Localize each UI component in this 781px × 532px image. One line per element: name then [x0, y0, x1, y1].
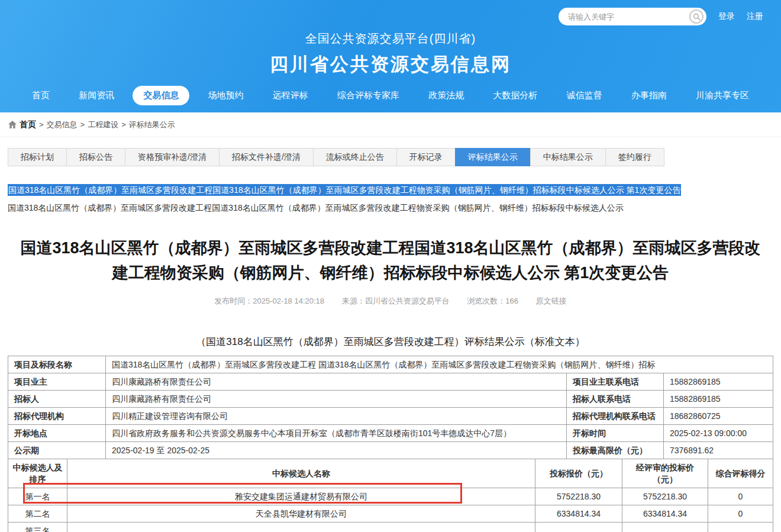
tab-bidding-announcement[interactable]: 招标公告 [66, 148, 125, 166]
info-label: 招标人 [8, 390, 106, 407]
info-value: 18682860725 [664, 407, 773, 424]
category-tabs: 招标计划 招标公告 资格预审补遗/澄清 招标文件补遗/澄清 流标或终止公告 开标… [8, 148, 773, 166]
page-title: 国道318名山区黑竹（成都界）至雨城区多营段改建工程国道318名山区黑竹（成都界… [12, 236, 769, 286]
info-label: 项目业主 [8, 373, 106, 390]
tab-bid-opening-record[interactable]: 开标记录 [396, 148, 456, 166]
candidates-section: 中标候选人及排序 中标候选人名称 投标报价（元） 经评审的投标价（元） 综合评标… [8, 459, 773, 532]
column-header-score: 综合评标得分 [708, 459, 773, 488]
table-caption: （国道318名山区黑竹（成都界）至雨城区多营段改建工程）评标结果公示（标准文本） [8, 335, 773, 349]
candidate-row-2: 第二名 天全县凯华建材有限公司 6334814.34 6334814.34 0 [8, 505, 773, 522]
tab-prequal-addendum[interactable]: 资格预审补遗/澄清 [125, 148, 220, 166]
login-link[interactable]: 登录 [718, 11, 735, 22]
main-nav: 首页 新闻资讯 交易信息 场地预约 远程评标 综合评标专家库 政策法规 大数据分… [0, 77, 781, 112]
candidate-reviewed-price: 5752218.30 [622, 488, 708, 505]
table-row: 招标代理机构 四川精正建设管理咨询有限公司 招标代理机构联系电话 1868286… [8, 407, 773, 424]
candidate-row-3: 第三名 [8, 522, 773, 532]
table-row: 项目及标段名称 国道318名山区黑竹（成都界）至雨城区多营段改建工程 国道318… [8, 356, 773, 373]
column-header-name: 中标候选人名称 [67, 459, 535, 488]
publish-time-value: 2025-02-18 14:20:18 [253, 296, 324, 305]
publish-time-label: 发布时间： [214, 296, 253, 305]
header-top-row: 登录 注册 [0, 6, 781, 26]
info-label: 公示期 [8, 441, 106, 459]
candidate-name: 雅安交建集团运通建材贸易有限公司 [67, 488, 535, 505]
search-icon [693, 13, 701, 21]
info-label: 开标时间 [567, 424, 664, 441]
breadcrumb-separator: > [80, 120, 85, 129]
candidates-header-row: 中标候选人及排序 中标候选人名称 投标报价（元） 经评审的投标价（元） 综合评标… [8, 459, 773, 488]
announcement-link-selected[interactable]: 国道318名山区黑竹（成都界）至雨城区多营段改建工程国道318名山区黑竹（成都界… [8, 184, 681, 196]
nav-item-venue-booking[interactable]: 场地预约 [198, 86, 254, 105]
nav-item-integrity[interactable]: 诚信监督 [556, 86, 613, 105]
candidate-bid-price: 6334814.34 [535, 505, 622, 522]
publish-time: 发布时间：2025-02-18 14:20:18 [214, 296, 324, 305]
main-content: 国道318名山区黑竹（成都界）至雨城区多营段改建工程国道318名山区黑竹（成都界… [0, 183, 781, 532]
nav-item-remote-evaluation[interactable]: 远程评标 [262, 86, 319, 105]
candidate-reviewed-price: 6334814.34 [622, 505, 708, 522]
nav-item-big-data[interactable]: 大数据分析 [482, 86, 548, 105]
table-row: 项目业主 四川康藏路桥有限责任公司 项目业主联系电话 15882869185 [8, 373, 773, 390]
info-label: 开标地点 [8, 424, 106, 441]
info-value: 2025-02-19 至 2025-02-25 [106, 441, 567, 459]
source: 来源：四川省公共资源交易平台 [342, 296, 450, 305]
nav-item-news[interactable]: 新闻资讯 [68, 86, 125, 105]
breadcrumb-separator: > [121, 120, 126, 129]
table-row: 公示期 2025-02-19 至 2025-02-25 投标最高限价（元） 73… [8, 441, 773, 459]
column-header-bid-price: 投标报价（元） [535, 459, 622, 488]
nav-item-policy[interactable]: 政策法规 [418, 86, 475, 105]
info-label: 项目业主联系电话 [567, 373, 664, 390]
announcement-link[interactable]: 国道318名山区黑竹（成都界）至雨城区多营段改建工程国道318名山区黑竹（成都界… [8, 203, 773, 214]
breadcrumb-engineering[interactable]: 工程建设 [88, 120, 118, 130]
info-value: 四川康藏路桥有限责任公司 [106, 390, 567, 407]
header-titles: 全国公共资源交易平台(四川省) 四川省公共资源交易信息网 [0, 31, 781, 77]
info-value: 15882869185 [664, 373, 773, 390]
nav-item-guide[interactable]: 办事指南 [621, 86, 677, 105]
table-row: 开标地点 四川省政府政务服务和公共资源交易服务中心本项目开标室（成都市青羊区鼓楼… [8, 424, 773, 441]
article-meta: 发布时间：2025-02-18 14:20:18 来源：四川省公共资源交易平台 … [8, 296, 773, 307]
info-label: 投标最高限价（元） [567, 441, 664, 459]
search-input[interactable] [567, 12, 689, 22]
breadcrumb-trade-info[interactable]: 交易信息 [47, 120, 78, 130]
breadcrumb-evaluation-result[interactable]: 评标结果公示 [129, 120, 175, 130]
nav-item-trade-info[interactable]: 交易信息 [133, 86, 189, 105]
platform-subtitle: 全国公共资源交易平台(四川省) [0, 31, 781, 47]
info-value: 四川康藏路桥有限责任公司 [106, 373, 567, 390]
candidate-rank: 第三名 [8, 522, 67, 532]
nav-item-home[interactable]: 首页 [21, 86, 60, 105]
info-value: 2025-02-13 09:00:00 [664, 424, 773, 441]
source-value: 四川省公共资源交易平台 [365, 296, 450, 305]
candidate-score [708, 522, 773, 532]
info-label: 项目及标段名称 [8, 356, 106, 373]
candidate-score: 0 [708, 505, 773, 522]
search-button[interactable] [689, 9, 703, 24]
info-label: 招标人联系电话 [567, 390, 664, 407]
nav-item-chuanyu-zone[interactable]: 川渝共享专区 [685, 86, 760, 105]
view-count-value: 166 [505, 296, 518, 305]
nav-item-expert-pool[interactable]: 综合评标专家库 [327, 86, 410, 105]
candidate-rank: 第二名 [8, 505, 67, 522]
breadcrumb: 首页 > 交易信息 > 工程建设 > 评标结果公示 [0, 112, 781, 137]
info-value: 四川省政府政务服务和公共资源交易服务中心本项目开标室（成都市青羊区鼓楼南街101… [106, 424, 567, 441]
breadcrumb-home[interactable]: 首页 [20, 120, 36, 130]
candidate-name: 天全县凯华建材有限公司 [67, 505, 535, 522]
candidate-score: 0 [708, 488, 773, 505]
column-header-rank: 中标候选人及排序 [8, 459, 67, 488]
register-link[interactable]: 注册 [747, 11, 763, 22]
home-icon [8, 121, 17, 128]
table-row: 招标人 四川康藏路桥有限责任公司 招标人联系电话 15882869185 [8, 390, 773, 407]
original-link[interactable]: 原文链接 [536, 296, 567, 305]
tab-bidding-plan[interactable]: 招标计划 [8, 148, 67, 166]
tab-doc-addendum[interactable]: 招标文件补遗/澄清 [219, 148, 314, 166]
project-info-table: 项目及标段名称 国道318名山区黑竹（成都界）至雨城区多营段改建工程 国道318… [8, 356, 773, 459]
tab-contract-performance[interactable]: 签约履行 [605, 148, 664, 166]
search-box [559, 8, 706, 25]
tab-termination-notice[interactable]: 流标或终止公告 [313, 148, 397, 166]
tab-evaluation-result[interactable]: 评标结果公示 [455, 148, 531, 166]
info-value: 7376891.62 [664, 441, 773, 459]
tab-award-result[interactable]: 中标结果公示 [530, 148, 606, 166]
column-header-reviewed-price: 经评审的投标价（元） [622, 459, 708, 488]
candidate-reviewed-price [622, 522, 708, 532]
view-count: 浏览次数：166 [467, 296, 518, 305]
info-label: 招标代理机构 [8, 407, 106, 424]
candidate-bid-price [535, 522, 622, 532]
info-value: 15882869185 [664, 390, 773, 407]
